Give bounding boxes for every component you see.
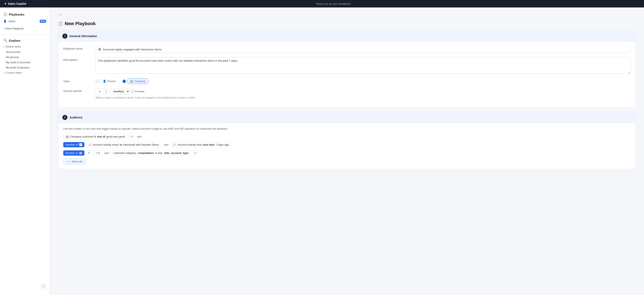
default-views-label: Default views [6, 45, 21, 48]
rule-chip-text: Company customer fit [70, 135, 96, 138]
sidebar-playbooks-label: Playbooks [9, 13, 24, 16]
playbook-name-value: Accounts highly engaged with Interactive… [103, 48, 162, 51]
snooze-forever-checkbox[interactable] [131, 90, 134, 93]
activity-event-icon: 📈 [88, 143, 92, 146]
new-playbook-button[interactable]: + New Playbook [0, 25, 50, 32]
type-row: Type: 👤 Person [63, 78, 630, 84]
activity-event-label: Account activity event [93, 143, 119, 146]
inbox-label: Inbox [8, 20, 15, 23]
person-label-text: Person [107, 80, 116, 83]
sidebar-default-views-group[interactable]: ▾ Default views [0, 44, 50, 49]
company-icon: 🏢 [130, 80, 133, 83]
rule-row-1-connector: and [136, 135, 142, 138]
rule-chip-activity-event[interactable]: 📈 Account activity event is Interacted w… [86, 142, 161, 148]
snooze-forever-label: Forever [135, 90, 144, 93]
rule-row-1: 🏢 Company customer fit one of good,very … [63, 134, 630, 139]
playbook-name-emoji: 🖥 [98, 48, 101, 51]
activity-time-value: 7 days ago [216, 143, 229, 146]
unknown-category-bold: computation [138, 151, 154, 155]
rule-chip-activity-time[interactable]: 📈 Account activity time less than 7 days… [171, 142, 231, 148]
rule-row-3-add-button[interactable]: + [86, 150, 92, 156]
audience-title: Audience [70, 116, 82, 119]
description-label: Description: [63, 57, 92, 61]
topbar: ✦ Sales Copilot Thank you for your feedb… [0, 0, 644, 8]
rule-chip-company-fit[interactable]: 🏢 Company customer fit one of good,very … [63, 134, 127, 139]
audience-header: 2 Audience [58, 112, 636, 123]
number-of-icon-2: 🏢 [79, 151, 82, 155]
sidebar-item-label: All accounts [6, 50, 20, 54]
sidebar-item-inbox[interactable]: 👤 Inbox NaN [0, 18, 50, 25]
snooze-number-value[interactable]: 1 [96, 89, 104, 94]
sidebar-collapse-button[interactable]: ‹ [40, 283, 46, 289]
activity-time-icon: 📈 [173, 143, 176, 146]
equals-chip: = 0 [94, 150, 102, 156]
sidebar-item-label: My book of accounts [6, 61, 30, 64]
activity-event-operator: is [120, 143, 122, 146]
sidebar-item-label: All persons [6, 56, 19, 59]
sidebar-item-my-book-persons[interactable]: My book of persons [0, 65, 50, 70]
explore-icon: 🔍 [3, 39, 7, 42]
audience-card: 2 Audience Use this builder to set rules… [58, 112, 636, 169]
section-number-1: 1 [62, 34, 68, 39]
unknown-category-text: Unknown category: [114, 151, 137, 155]
number-of-label-1: Number of [65, 143, 78, 146]
rule-chip-operator: one of [97, 135, 105, 138]
inbox-icon: 👤 [3, 20, 7, 23]
sidebar-item-all-persons[interactable]: All persons [0, 55, 50, 60]
rule-row-2: Number of 📈 📈 Account activity event is … [63, 142, 630, 148]
general-info-header: 1 General information [58, 31, 636, 42]
type-label: Type: [63, 78, 92, 83]
snooze-forever[interactable]: Forever [131, 90, 144, 93]
sidebar-item-my-book-accounts[interactable]: My book of accounts [0, 60, 50, 65]
activity-time-label: Account activity time [177, 143, 202, 146]
sidebar-playbooks-header: 📋 Playbooks [0, 11, 50, 18]
rule-row-1-add-button[interactable]: + [129, 134, 134, 139]
playbook-name-row: Playbook name: 🖥 Accounts highly engaged… [63, 46, 630, 53]
topbar-feedback: Thank you for your feedback! [26, 2, 640, 6]
sidebar-custom-views-group[interactable]: ▾ Custom views [0, 70, 50, 76]
company-label-text: Company [134, 80, 146, 83]
number-of-chip-1[interactable]: Number of 📈 [63, 142, 84, 147]
number-of-chip-2[interactable]: Number of 🏢 [63, 150, 84, 156]
type-person-label: 👤 Person [100, 78, 118, 84]
type-person-option[interactable]: 👤 Person [96, 78, 118, 84]
back-button[interactable]: ← [58, 12, 64, 18]
snooze-unit-select[interactable]: month(s) week(s) day(s) [110, 88, 130, 95]
general-info-title: General information [70, 35, 97, 38]
activity-event-value: Interacted with Navattic Demo [123, 143, 159, 146]
rule-chip-unknown-category[interactable]: Unknown category: computation or key: sf… [111, 150, 191, 156]
number-of-icon-1: 📈 [79, 143, 82, 146]
equals-value: = 0 [96, 151, 100, 155]
audience-description: Use this builder to set rules that trigg… [63, 127, 630, 130]
rule-chip-icon: 🏢 [66, 135, 69, 138]
explore-label: Explore [9, 39, 20, 42]
rule-row-3-connector: and [104, 151, 110, 155]
snooze-down-arrow[interactable]: ▼ [105, 92, 107, 94]
sidebar-explore-header: 🔍 Explore [0, 37, 50, 44]
topbar-logo: ✦ Sales Copilot [4, 2, 26, 6]
snooze-hint: When a match is marked as 'done', it wil… [96, 96, 630, 99]
type-company-option[interactable]: 🏢 Company [122, 78, 148, 84]
page-title-icon: 📋 [58, 21, 62, 26]
main-content: ← 📋 New Playbook 1 General information P… [50, 8, 644, 295]
rule-row-2-connector: and [163, 143, 169, 146]
custom-views-label: Custom views [6, 71, 22, 74]
snooze-arrows: ▲ ▼ [104, 89, 108, 94]
new-rule-label: + New rule [70, 160, 83, 163]
general-info-body: Playbook name: 🖥 Accounts highly engaged… [58, 42, 636, 107]
playbooks-icon: 📋 [3, 13, 7, 16]
sidebar-item-all-accounts[interactable]: All accounts [0, 49, 50, 55]
snooze-up-arrow[interactable]: ▲ [105, 89, 107, 92]
type-person-radio [96, 80, 99, 83]
description-input[interactable]: This playbooks identifies good fit accou… [96, 57, 630, 74]
unknown-category-or: or key: [155, 151, 163, 155]
rule-row-3-trailing-plus[interactable]: + [192, 150, 198, 156]
back-arrow-icon: ← [59, 13, 62, 17]
sidebar-divider [0, 34, 50, 35]
rule-chip-value: good,very good [106, 135, 125, 138]
snooze-label: Snooze period: [63, 88, 92, 93]
description-control: This playbooks identifies good fit accou… [96, 57, 630, 74]
new-rule-button[interactable]: + + New rule [63, 158, 86, 165]
logo-icon: ✦ [4, 2, 7, 6]
playbook-name-input[interactable]: 🖥 Accounts highly engaged with Interacti… [96, 46, 630, 53]
